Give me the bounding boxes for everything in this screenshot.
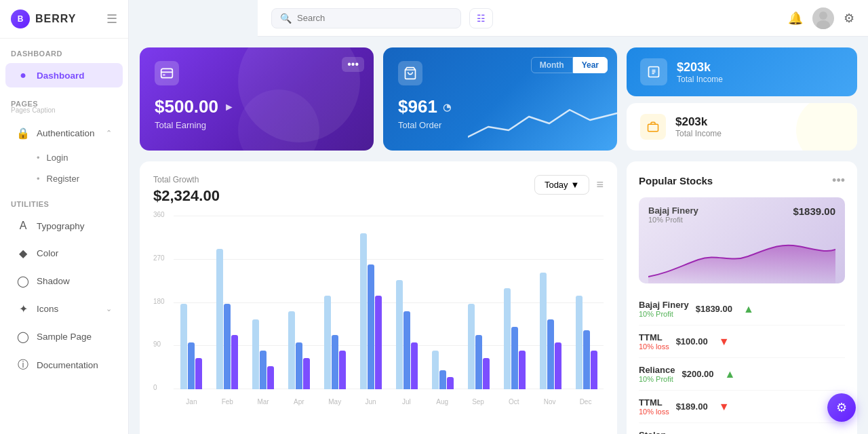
bar: [468, 304, 475, 390]
order-wave-chart: [468, 96, 617, 151]
bar-x-label: Jan: [174, 398, 210, 406]
bar: [519, 351, 526, 390]
stocks-more-icon[interactable]: •••: [832, 174, 845, 188]
bar: [224, 304, 231, 390]
earning-card-icon: [155, 61, 179, 85]
cards-row: ••• $500.00 ► Total Earning Month Year $…: [140, 47, 857, 151]
svg-point-0: [819, 12, 827, 20]
today-button[interactable]: Today ▼: [534, 175, 590, 195]
bar: [195, 358, 202, 389]
auth-icon: 🔒: [16, 127, 30, 140]
avatar[interactable]: [812, 7, 834, 29]
bar-group: [174, 216, 208, 389]
sidebar-item-sample-page[interactable]: ◯ Sample Page: [5, 324, 123, 349]
bar-group: [425, 216, 460, 389]
card-earning-more-button[interactable]: •••: [342, 57, 364, 72]
bar: [396, 280, 403, 389]
stock-row-price: $100.00: [676, 336, 708, 347]
featured-stock-chart: [648, 229, 835, 283]
sidebar-item-documentation[interactable]: ⓘ Documentation: [5, 352, 123, 378]
svg-rect-2: [161, 68, 173, 77]
bar-chart-area: 360 270 180 90 0 JanFebMarAprMayJunJulAu…: [153, 216, 604, 406]
sidebar-item-typography[interactable]: A Typography: [5, 214, 123, 238]
bar: [583, 330, 590, 389]
notification-icon[interactable]: 🔔: [788, 11, 803, 26]
bar-group: [389, 216, 424, 389]
stock-row-name: Reliance: [639, 365, 675, 375]
income-bottom-icon: [640, 114, 666, 140]
bar: [475, 335, 482, 390]
chart-title: Total Growth: [153, 175, 220, 184]
stock-row-sub: 10% Profit: [639, 375, 675, 383]
stock-row-info: Reliance 10% Profit: [639, 365, 675, 383]
stock-trend-icon: ▲: [743, 303, 754, 315]
bar-group: [353, 216, 388, 389]
bar-x-label: Jul: [389, 398, 425, 406]
income-top-text: $203k Total Income: [677, 60, 723, 84]
sidebar-sub-item-register[interactable]: Register: [5, 169, 123, 189]
docs-icon: ⓘ: [16, 358, 30, 372]
sidebar-item-shadow[interactable]: ◯ Shadow: [5, 269, 123, 294]
stock-trend-icon: ▲: [724, 368, 735, 380]
search-box[interactable]: 🔍: [271, 8, 461, 28]
stocks-card: Popular Stocks ••• Bajaj Finery 10% Prof…: [627, 161, 857, 434]
bar-group: [245, 216, 280, 389]
stock-row-sub: 10% loss: [639, 408, 669, 416]
toggle-month-button[interactable]: Month: [531, 57, 573, 73]
stock-row-name: Stolon: [639, 430, 669, 434]
bar-x-label: Dec: [568, 398, 604, 406]
featured-stock-profit: 10% Profit: [648, 216, 698, 224]
toggle-year-button[interactable]: Year: [573, 57, 608, 73]
icons-icon: ✦: [16, 302, 30, 315]
bar: [576, 296, 583, 389]
card-income-top: $203k Total Income: [627, 47, 857, 96]
stock-list: Bajaj Finery 10% Profit $1839.00 ▲ TTML …: [639, 293, 845, 434]
sidebar-item-dashboard[interactable]: ● Dashboard: [5, 63, 123, 87]
chevron-down-icon: ⌄: [106, 304, 112, 313]
stock-row-info: TTML 10% loss: [639, 332, 669, 351]
logo-area: B BERRY ☰: [0, 0, 128, 39]
stock-row-name: Bajaj Finery: [639, 300, 689, 310]
bar: [324, 296, 331, 389]
bar-x-label: Oct: [496, 398, 532, 406]
chart-menu-icon[interactable]: ≡: [596, 178, 604, 192]
card-income-bottom: $203k Total Income: [627, 103, 857, 151]
stock-row: TTML 10% loss $189.00 ▼: [639, 391, 845, 423]
featured-stock-info: Bajaj Finery 10% Profit: [648, 205, 698, 224]
hamburger-icon[interactable]: ☰: [106, 12, 117, 26]
search-icon: 🔍: [280, 13, 292, 24]
bar-group: [461, 216, 496, 389]
sample-icon: ◯: [16, 330, 30, 343]
topbar: 🔍 ☷ 🔔 ⚙: [258, 0, 868, 37]
card-earning-label: Total Earning: [155, 120, 359, 130]
sidebar-item-color[interactable]: ◆ Color: [5, 241, 123, 266]
income-bottom-text: $203k Total Income: [675, 115, 722, 138]
settings-icon[interactable]: ⚙: [844, 11, 854, 26]
sidebar-item-authentication[interactable]: 🔒 Authentication ⌃: [5, 121, 123, 146]
stock-row: Reliance 10% Profit $200.00 ▲: [639, 358, 845, 391]
bar: [403, 311, 410, 389]
card-income-main: $203k Total Income $203k Total Income: [627, 47, 857, 151]
bar-x-label: Mar: [245, 398, 281, 406]
filter-button[interactable]: ☷: [469, 8, 493, 28]
logo-icon: B: [11, 9, 30, 28]
featured-stock-price: $1839.00: [793, 205, 835, 217]
bar: [368, 264, 374, 389]
sidebar: B BERRY ☰ Dashboard ● Dashboard Pages Pa…: [0, 0, 129, 434]
svg-rect-6: [648, 124, 658, 132]
bar: [411, 342, 418, 389]
sidebar-sub-item-login[interactable]: Login: [5, 148, 123, 167]
bar: [296, 342, 302, 389]
dashboard-icon: ●: [16, 69, 30, 81]
card-earning: ••• $500.00 ► Total Earning: [140, 47, 374, 151]
chart-amount: $2,324.00: [153, 187, 220, 205]
stock-row: Stolon 10% loss $189.00 ▼: [639, 423, 845, 434]
sidebar-item-icons[interactable]: ✦ Icons ⌄: [5, 296, 123, 321]
bar: [332, 335, 338, 390]
sidebar-item-label: Authentication: [37, 128, 99, 138]
bar-group: [281, 216, 316, 389]
typography-icon: A: [16, 220, 30, 232]
bar-x-label: Nov: [532, 398, 568, 406]
search-input[interactable]: [297, 13, 452, 23]
fab-button[interactable]: ⚙: [827, 393, 856, 422]
